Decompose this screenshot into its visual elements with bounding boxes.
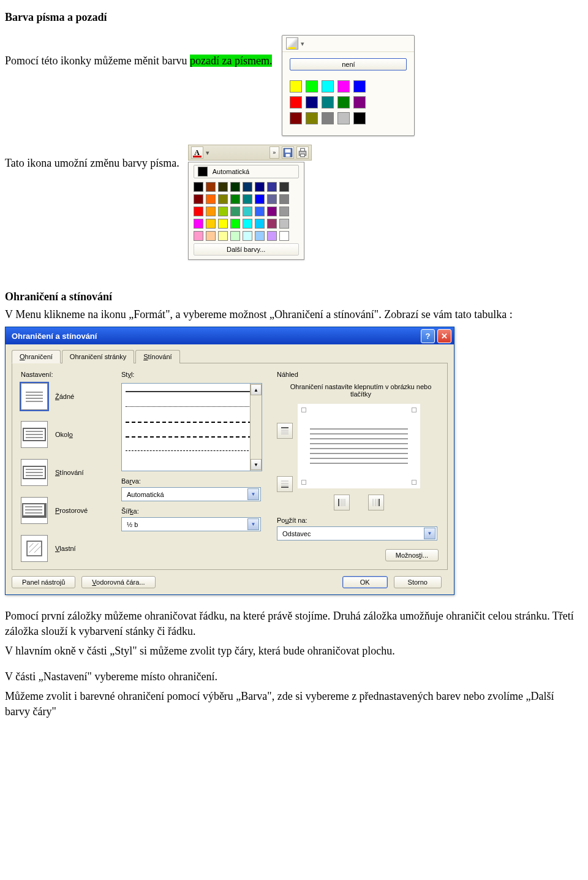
font-color-swatch[interactable] xyxy=(218,219,228,229)
font-color-swatch[interactable] xyxy=(230,194,240,204)
storno-button[interactable]: Storno xyxy=(394,576,442,588)
font-color-swatch[interactable] xyxy=(243,219,252,229)
highlight-swatch[interactable] xyxy=(337,96,350,108)
highlighter-icon[interactable] xyxy=(286,37,298,50)
vodorovna-cara-button[interactable]: Vodorovná čára... xyxy=(81,576,155,588)
font-color-swatch[interactable] xyxy=(194,231,203,241)
tab-ohraniceni-stranky[interactable]: Ohraničení stránky xyxy=(62,350,134,363)
black-swatch-icon xyxy=(198,167,208,176)
para-7: Můžeme zvolit i barevné ohraničení pomoc… xyxy=(5,689,576,719)
font-color-swatch[interactable] xyxy=(279,182,289,192)
font-color-swatch[interactable] xyxy=(255,207,265,216)
dialog-help-button[interactable]: ? xyxy=(421,329,435,343)
font-color-swatch[interactable] xyxy=(267,231,277,241)
font-color-swatch[interactable] xyxy=(279,207,289,216)
edge-right-button[interactable] xyxy=(368,495,384,510)
font-color-automatic[interactable]: Automatická xyxy=(194,165,299,178)
nastaveni-vlastni[interactable]: Vlastní xyxy=(21,535,113,562)
highlight-swatch[interactable] xyxy=(306,80,318,93)
sirka-dropdown[interactable]: ½ b ▼ xyxy=(121,517,261,531)
font-color-swatch[interactable] xyxy=(230,182,240,192)
highlight-swatch[interactable] xyxy=(322,80,334,93)
font-color-swatch[interactable] xyxy=(206,182,216,192)
highlight-swatch[interactable] xyxy=(353,96,366,108)
highlight-swatch[interactable] xyxy=(353,80,366,93)
font-color-more-button[interactable]: Další barvy... xyxy=(194,243,299,256)
font-color-swatch[interactable] xyxy=(194,194,203,204)
nastaveni-zadne[interactable]: Žádné xyxy=(21,383,113,410)
font-color-swatch[interactable] xyxy=(279,231,289,241)
font-color-swatch[interactable] xyxy=(267,219,277,229)
font-color-swatch[interactable] xyxy=(230,231,240,241)
tab-stinovani[interactable]: Stínování xyxy=(135,350,179,363)
font-color-swatch[interactable] xyxy=(230,207,240,216)
font-color-swatch[interactable] xyxy=(279,219,289,229)
font-color-swatch[interactable] xyxy=(267,207,277,216)
font-color-swatch[interactable] xyxy=(194,182,203,192)
scroll-down-icon[interactable]: ▼ xyxy=(251,459,262,470)
moznosti-button[interactable]: Možnosti... xyxy=(385,549,439,561)
edge-bottom-button[interactable] xyxy=(277,476,293,492)
font-color-swatch[interactable] xyxy=(206,194,216,204)
highlight-swatch[interactable] xyxy=(290,80,302,93)
highlight-swatch[interactable] xyxy=(337,112,350,124)
font-color-swatch[interactable] xyxy=(206,231,216,241)
font-color-swatch[interactable] xyxy=(243,194,252,204)
nahled-preview[interactable] xyxy=(298,404,420,488)
nastaveni-prostorove[interactable]: Prostorové xyxy=(21,497,113,524)
barva-dropdown[interactable]: Automatická ▼ xyxy=(121,487,261,501)
highlight-none-button[interactable]: není xyxy=(290,58,407,70)
font-color-swatch[interactable] xyxy=(230,219,240,229)
highlight-swatch[interactable] xyxy=(353,112,366,124)
font-color-dropdown-arrow[interactable]: ▾ xyxy=(206,149,209,157)
highlight-dropdown-arrow[interactable]: ▾ xyxy=(301,40,304,48)
highlight-swatch[interactable] xyxy=(322,96,334,108)
panel-nastroju-button[interactable]: Panel nástrojů xyxy=(12,576,75,588)
font-color-swatch[interactable] xyxy=(279,194,289,204)
font-color-swatch[interactable] xyxy=(243,231,252,241)
font-color-swatch[interactable] xyxy=(255,194,265,204)
font-color-swatch[interactable] xyxy=(243,182,252,192)
pouzit-dropdown[interactable]: Odstavec ▼ xyxy=(277,526,437,541)
font-color-swatch[interactable] xyxy=(194,207,203,216)
font-color-button[interactable]: A xyxy=(191,146,203,159)
print-icon[interactable] xyxy=(296,146,309,159)
font-color-swatch[interactable] xyxy=(218,207,228,216)
highlight-swatch[interactable] xyxy=(306,112,318,124)
font-color-swatch[interactable] xyxy=(267,194,277,204)
font-color-swatch[interactable] xyxy=(206,207,216,216)
styl-scrollbar[interactable]: ▲ ▼ xyxy=(250,384,262,471)
font-color-swatch[interactable] xyxy=(218,194,228,204)
nastaveni-column: Nastavení: Žádné Okolo xyxy=(21,371,113,562)
font-color-popup: A ▾ » Automatická Další barvy... xyxy=(188,145,312,260)
font-color-swatch[interactable] xyxy=(267,182,277,192)
font-color-swatch[interactable] xyxy=(218,182,228,192)
font-color-swatch[interactable] xyxy=(243,207,252,216)
font-color-swatch[interactable] xyxy=(255,219,265,229)
tab-ohraniceni[interactable]: Ohraničení xyxy=(12,350,61,363)
save-icon[interactable] xyxy=(282,146,294,159)
font-color-swatch[interactable] xyxy=(206,219,216,229)
edge-left-button[interactable] xyxy=(334,495,350,510)
para-2: Tato ikona umožní změnu barvy písma. xyxy=(5,156,179,170)
ok-button[interactable]: OK xyxy=(342,576,388,588)
dialog-close-button[interactable]: ✕ xyxy=(437,329,451,343)
highlight-swatch[interactable] xyxy=(306,96,318,108)
edge-top-button[interactable] xyxy=(277,423,293,439)
styl-list[interactable]: ▲ ▼ xyxy=(121,383,262,471)
font-color-swatch[interactable] xyxy=(218,231,228,241)
highlight-swatch[interactable] xyxy=(290,96,302,108)
highlight-swatch[interactable] xyxy=(337,80,350,93)
nastaveni-prostorove-icon xyxy=(21,497,48,524)
font-color-swatch[interactable] xyxy=(255,231,265,241)
highlight-swatch[interactable] xyxy=(290,112,302,124)
dropdown-arrow-icon: ▼ xyxy=(247,488,259,500)
toolbar-more-icon[interactable]: » xyxy=(270,146,279,159)
font-color-swatch[interactable] xyxy=(255,182,265,192)
font-color-swatch[interactable] xyxy=(194,219,203,229)
nastaveni-okolo[interactable]: Okolo xyxy=(21,421,113,448)
dialog-title: Ohraničení a stínování xyxy=(12,332,97,341)
nastaveni-stinovani[interactable]: Stínování xyxy=(21,459,113,486)
scroll-up-icon[interactable]: ▲ xyxy=(251,384,262,395)
highlight-swatch[interactable] xyxy=(322,112,334,124)
